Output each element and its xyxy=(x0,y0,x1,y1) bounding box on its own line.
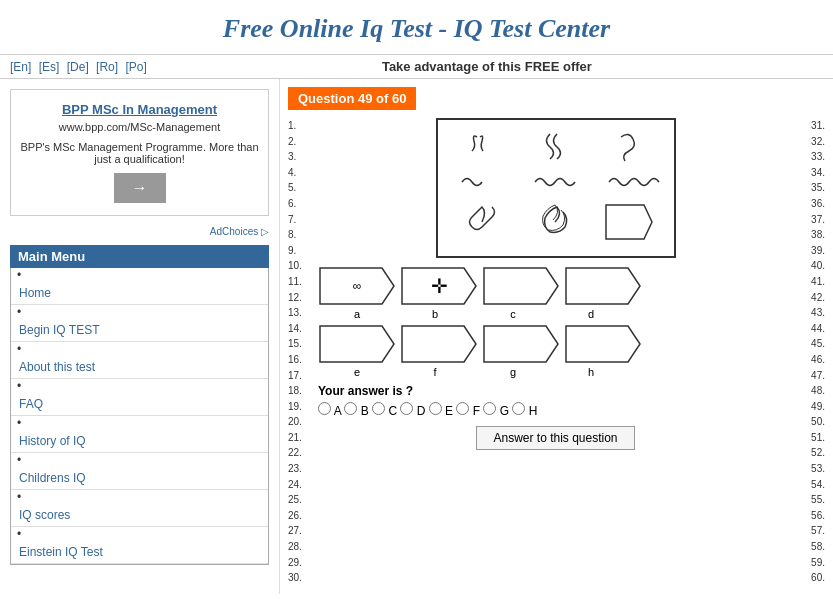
choice-d xyxy=(564,266,642,306)
choice-b-label: b xyxy=(396,308,474,320)
menu-item-begin-iq-test[interactable]: Begin IQ TEST xyxy=(11,305,268,342)
choice-b: ✛ xyxy=(400,266,478,306)
ad-description: BPP's MSc Management Programme. More tha… xyxy=(19,141,260,165)
ad-choices-label: AdChoices ▷ xyxy=(10,226,269,237)
menu-item-about-this-test[interactable]: About this test xyxy=(11,342,268,379)
menu-item-history-of-iq[interactable]: History of IQ xyxy=(11,416,268,453)
svg-marker-5 xyxy=(320,326,394,362)
language-links[interactable]: [En] [Es] [De] [Ro] [Po] xyxy=(10,60,151,74)
menu-item-home[interactable]: Home xyxy=(11,268,268,305)
svg-marker-17 xyxy=(484,326,558,362)
question-header: Question 49 of 60 xyxy=(288,87,416,110)
choice-f xyxy=(400,324,478,364)
choice-h xyxy=(564,324,642,364)
radio-f[interactable] xyxy=(456,402,469,415)
choice-d-label: d xyxy=(552,308,630,320)
svg-marker-15 xyxy=(402,326,476,362)
choice-a-label: a xyxy=(318,308,396,320)
choice-a: ∞ xyxy=(318,266,396,306)
menu-title: Main Menu xyxy=(10,245,269,268)
matrix-r2c1 xyxy=(457,170,507,200)
question-matrix xyxy=(436,118,676,258)
right-numbers: 31.32.33.34.35.36.37.38.39.40.41.42.43.4… xyxy=(803,118,825,586)
matrix-r2c3 xyxy=(604,170,654,200)
choice-f-label: f xyxy=(396,366,474,378)
menu-item-iq-scores[interactable]: IQ scores xyxy=(11,490,268,527)
radio-g[interactable] xyxy=(483,402,496,415)
radio-a[interactable] xyxy=(318,402,331,415)
lang-en[interactable]: [En] xyxy=(10,60,31,74)
choice-e xyxy=(318,324,396,364)
radio-e-label[interactable]: E xyxy=(429,404,453,418)
answer-prompt: Your answer is ? xyxy=(318,384,803,398)
lang-de[interactable]: [De] xyxy=(67,60,89,74)
radio-a-label[interactable]: A xyxy=(318,404,341,418)
radio-c-label[interactable]: C xyxy=(372,404,397,418)
matrix-r1c1 xyxy=(457,129,507,169)
radio-d[interactable] xyxy=(400,402,413,415)
main-menu: Main Menu HomeBegin IQ TESTAbout this te… xyxy=(10,245,269,565)
radio-h-label[interactable]: H xyxy=(512,404,537,418)
matrix-r3c3-pentagon xyxy=(604,203,654,246)
radio-b-label[interactable]: B xyxy=(344,404,368,418)
svg-marker-0 xyxy=(606,205,652,239)
matrix-r1c2 xyxy=(530,129,580,169)
ad-title[interactable]: BPP MSc In Management xyxy=(19,102,260,117)
choice-g-label: g xyxy=(474,366,552,378)
choice-h-label: h xyxy=(552,366,630,378)
svg-marker-18 xyxy=(566,326,640,362)
svg-marker-3 xyxy=(484,268,558,304)
choice-g xyxy=(482,324,560,364)
menu-item-einstein-iq-test[interactable]: Einstein IQ Test xyxy=(11,527,268,564)
matrix-r3c1 xyxy=(457,202,507,247)
matrix-r2c2 xyxy=(530,170,580,200)
ad-url: www.bpp.com/MSc-Management xyxy=(19,121,260,133)
lang-po[interactable]: [Po] xyxy=(125,60,146,74)
choice-e-label: e xyxy=(318,366,396,378)
ad-arrow-button[interactable]: → xyxy=(114,173,166,203)
matrix-r3c2 xyxy=(530,202,580,247)
choice-c-label: c xyxy=(474,308,552,320)
answer-button[interactable]: Answer to this question xyxy=(476,426,634,450)
free-offer-text: Take advantage of this FREE offer xyxy=(151,59,823,74)
advertisement-block: BPP MSc In Management www.bpp.com/MSc-Ma… xyxy=(10,89,269,216)
lang-ro[interactable]: [Ro] xyxy=(96,60,118,74)
answer-choices-row: A B C D E F G H xyxy=(318,402,803,418)
menu-list: HomeBegin IQ TESTAbout this testFAQHisto… xyxy=(10,268,269,565)
lang-es[interactable]: [Es] xyxy=(39,60,60,74)
choice-c xyxy=(482,266,560,306)
left-numbers: 1.2.3.4.5.6.7.8.9.10.11.12.13.14.15.16.1… xyxy=(288,118,308,586)
radio-g-label[interactable]: G xyxy=(483,404,509,418)
radio-e[interactable] xyxy=(429,402,442,415)
radio-h[interactable] xyxy=(512,402,525,415)
radio-c[interactable] xyxy=(372,402,385,415)
radio-f-label[interactable]: F xyxy=(456,404,480,418)
menu-item-faq[interactable]: FAQ xyxy=(11,379,268,416)
page-title: Free Online Iq Test - IQ Test Center xyxy=(0,14,833,44)
choice-b-symbol: ✛ xyxy=(431,274,448,298)
radio-b[interactable] xyxy=(344,402,357,415)
menu-item-childrens-iq[interactable]: Childrens IQ xyxy=(11,453,268,490)
svg-marker-4 xyxy=(566,268,640,304)
radio-d-label[interactable]: D xyxy=(400,404,425,418)
choice-a-symbol: ∞ xyxy=(353,279,362,293)
matrix-r1c3 xyxy=(604,129,654,169)
